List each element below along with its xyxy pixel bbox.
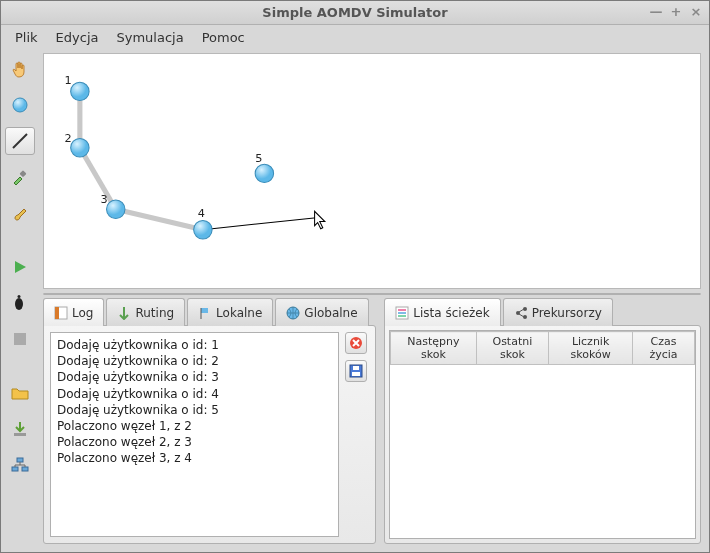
node-2-label: 2 (65, 132, 72, 145)
toolbar (1, 49, 39, 552)
tab-precursors[interactable]: Prekursorzy (503, 298, 613, 326)
menu-file[interactable]: Plik (15, 30, 38, 45)
flag-icon (198, 306, 212, 320)
svg-rect-5 (14, 333, 26, 345)
svg-point-0 (13, 98, 27, 112)
tool-step[interactable] (5, 289, 35, 317)
window-title: Simple AOMDV Simulator (262, 5, 447, 20)
close-button[interactable]: × (689, 4, 703, 18)
log-line: Polaczono węzeł 3, z 4 (57, 450, 332, 466)
tool-download[interactable] (5, 415, 35, 443)
save-icon (349, 364, 363, 378)
graph-svg: 1 2 3 4 5 (44, 54, 700, 288)
svg-point-15 (71, 139, 89, 157)
node-3-label: 3 (100, 193, 107, 206)
log-line: Dodaję użytkownika o id: 2 (57, 353, 332, 369)
menu-simulation[interactable]: Symulacja (116, 30, 183, 45)
log-textarea[interactable]: Dodaję użytkownika o id: 1Dodaję użytkow… (50, 332, 339, 537)
tool-node[interactable] (5, 91, 35, 119)
tool-edge[interactable] (5, 127, 35, 155)
tab-paths[interactable]: Lista ścieżek (384, 298, 500, 326)
svg-line-1 (13, 134, 27, 148)
svg-line-11 (80, 148, 116, 210)
col-next-hop[interactable]: Następny skok (391, 332, 476, 365)
delete-icon (349, 336, 363, 350)
log-line: Polaczono węzeł 1, z 2 (57, 418, 332, 434)
path-table[interactable]: Następny skok Ostatni skok Licznik skokó… (389, 330, 696, 539)
log-icon (54, 306, 68, 320)
folder-icon (11, 385, 29, 401)
routing-icon (117, 306, 131, 320)
tool-eyedropper[interactable] (5, 163, 35, 191)
menubar: Plik Edycja Symulacja Pomoc (1, 25, 709, 49)
menu-edit[interactable]: Edycja (56, 30, 99, 45)
tool-open[interactable] (5, 379, 35, 407)
network-icon (11, 457, 29, 473)
maximize-button[interactable]: + (669, 4, 683, 18)
svg-rect-2 (19, 170, 26, 177)
svg-rect-8 (12, 467, 18, 471)
tab-log-label: Log (72, 306, 93, 320)
clear-log-button[interactable] (345, 332, 367, 354)
node-4-label: 4 (198, 207, 205, 220)
svg-rect-7 (17, 458, 23, 462)
node-icon (11, 96, 29, 114)
app-window: Simple AOMDV Simulator — + × Plik Edycja… (0, 0, 710, 553)
tab-precursors-label: Prekursorzy (532, 306, 602, 320)
svg-point-16 (107, 200, 125, 218)
svg-rect-26 (352, 372, 360, 376)
svg-point-4 (18, 295, 21, 298)
tool-play[interactable] (5, 253, 35, 281)
right-panel: Lista ścieżek Prekursorzy Następny skok (384, 297, 701, 544)
tab-paths-label: Lista ścieżek (413, 306, 489, 320)
svg-rect-9 (22, 467, 28, 471)
tab-log[interactable]: Log (43, 298, 104, 326)
tab-global[interactable]: Globalne (275, 298, 368, 326)
log-line: Dodaję użytkownika o id: 5 (57, 402, 332, 418)
share-icon (514, 306, 528, 320)
log-line: Polaczono węzeł 2, z 3 (57, 434, 332, 450)
stop-icon (13, 332, 27, 346)
svg-line-13 (203, 217, 319, 229)
svg-point-17 (194, 221, 212, 239)
col-ttl[interactable]: Czas życia (632, 332, 694, 365)
titlebar: Simple AOMDV Simulator — + × (1, 1, 709, 25)
svg-rect-20 (55, 307, 59, 319)
tab-routing[interactable]: Ruting (106, 298, 185, 326)
svg-point-14 (71, 82, 89, 100)
line-icon (10, 131, 30, 151)
svg-line-12 (116, 209, 203, 230)
svg-rect-21 (201, 308, 208, 313)
tab-local-label: Lokalne (216, 306, 262, 320)
footprint-icon (12, 294, 28, 312)
svg-point-18 (255, 164, 273, 182)
tool-hand[interactable] (5, 55, 35, 83)
tab-local[interactable]: Lokalne (187, 298, 273, 326)
tool-network[interactable] (5, 451, 35, 479)
col-last-hop[interactable]: Ostatni skok (476, 332, 549, 365)
canvas[interactable]: 1 2 3 4 5 (43, 53, 701, 289)
tab-global-label: Globalne (304, 306, 357, 320)
play-icon (12, 259, 28, 275)
log-line: Dodaję użytkownika o id: 1 (57, 337, 332, 353)
tool-stop[interactable] (5, 325, 35, 353)
svg-rect-27 (353, 366, 359, 370)
tool-brush[interactable] (5, 199, 35, 227)
col-hop-count[interactable]: Licznik skoków (549, 332, 633, 365)
svg-point-3 (15, 298, 23, 310)
list-icon (395, 306, 409, 320)
download-icon (12, 421, 28, 437)
canvas-hscrollbar[interactable] (43, 293, 701, 295)
left-panel: Log Ruting Lokalne Globalne (43, 297, 376, 544)
menu-help[interactable]: Pomoc (202, 30, 245, 45)
minimize-button[interactable]: — (649, 4, 663, 18)
log-line: Dodaję użytkownika o id: 3 (57, 369, 332, 385)
globe-icon (286, 306, 300, 320)
cursor-icon (315, 211, 325, 228)
log-line: Dodaję użytkownika o id: 4 (57, 386, 332, 402)
tab-routing-label: Ruting (135, 306, 174, 320)
save-log-button[interactable] (345, 360, 367, 382)
node-1-label: 1 (65, 74, 72, 87)
eyedropper-icon (11, 168, 29, 186)
brush-icon (11, 204, 29, 222)
